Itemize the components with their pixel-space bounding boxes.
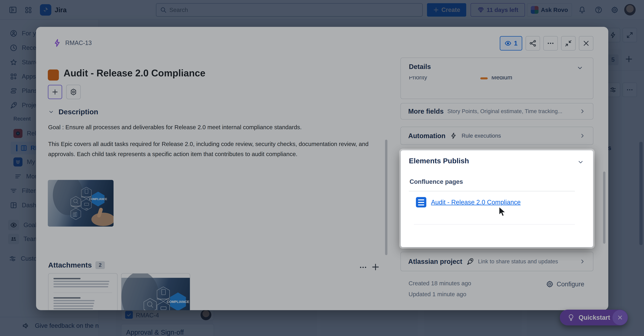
chevron-down-icon[interactable] bbox=[577, 159, 584, 165]
elements-publish-title: Elements Publish bbox=[409, 157, 469, 165]
mouse-cursor bbox=[498, 206, 507, 217]
confluence-page-link[interactable]: Audit - Release 2.0 Compliance bbox=[431, 199, 520, 206]
divider bbox=[409, 191, 575, 191]
confluence-page-row[interactable]: Audit - Release 2.0 Compliance bbox=[416, 197, 520, 207]
elements-publish-panel[interactable]: Elements Publish Confluence pages Audit … bbox=[400, 150, 593, 247]
confluence-page-icon bbox=[416, 197, 426, 207]
divider bbox=[414, 224, 575, 225]
confluence-pages-heading: Confluence pages bbox=[410, 178, 463, 185]
